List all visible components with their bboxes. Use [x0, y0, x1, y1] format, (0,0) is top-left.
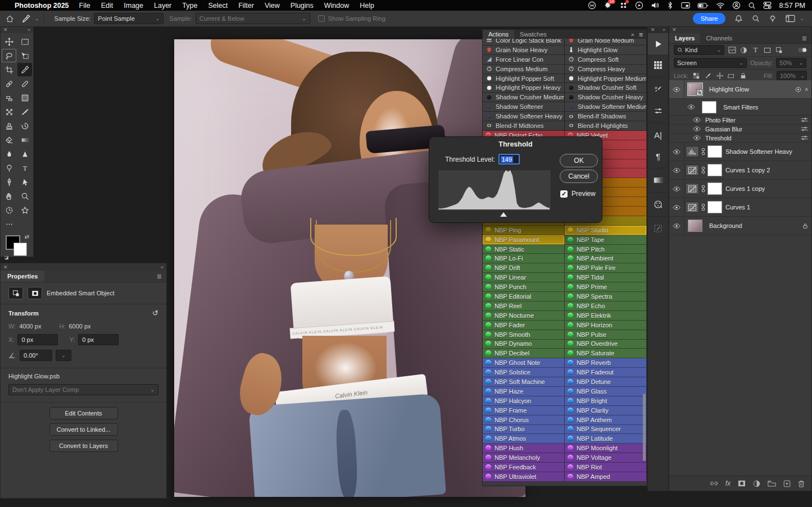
levels-adjustment-icon[interactable]: [686, 146, 699, 157]
clone-stamp-tool[interactable]: [2, 119, 16, 133]
action-button[interactable]: Compress Heavy: [565, 65, 647, 74]
action-button[interactable]: NBP Melancholy: [483, 453, 565, 463]
creative-cloud-icon[interactable]: [619, 1, 628, 10]
visibility-eye-icon[interactable]: [692, 116, 702, 124]
eyedropper-tool-icon[interactable]: ⌄: [22, 15, 39, 23]
action-button[interactable]: NBP Static: [483, 245, 565, 254]
history-brush-tool[interactable]: [17, 119, 32, 133]
action-button[interactable]: NBP Frame: [483, 406, 565, 415]
swap-colors-icon[interactable]: ⇄: [25, 234, 29, 240]
marquee-tool[interactable]: [17, 35, 32, 48]
fill-input[interactable]: 100%⌄: [777, 71, 807, 81]
action-button[interactable]: Highlight Popper Heavy: [483, 83, 565, 93]
action-button[interactable]: Shadow Crusher Heavy: [565, 93, 647, 102]
ok-button[interactable]: OK: [560, 154, 598, 167]
share-button[interactable]: Share: [693, 13, 726, 24]
sampling-ring-checkbox[interactable]: [318, 15, 325, 22]
menu-select[interactable]: Select: [208, 2, 228, 10]
notifications-bell-icon[interactable]: [734, 15, 743, 23]
visibility-eye-icon[interactable]: [692, 134, 702, 142]
layer-row-background[interactable]: Background: [669, 217, 811, 235]
blend-options-icon[interactable]: [801, 117, 808, 123]
threshold-slider-handle[interactable]: [500, 212, 507, 217]
updates-icon[interactable]: 14: [604, 1, 612, 10]
action-button[interactable]: NBP Moonlight: [565, 444, 647, 453]
action-button[interactable]: NBP Dynamo: [483, 340, 565, 349]
layer-mask-thumbnail[interactable]: [707, 201, 722, 213]
action-button[interactable]: NBP Lo-Fi: [483, 254, 565, 263]
dock-swatch-grid[interactable]: [648, 54, 668, 76]
action-button[interactable]: NBP Elektrik: [565, 311, 647, 321]
close-icon[interactable]: ✕: [3, 27, 8, 33]
action-button[interactable]: NBP Punch: [483, 282, 565, 292]
dock-color-wheel[interactable]: [648, 194, 668, 215]
smart-object-button-1[interactable]: Convert to Linked...: [49, 423, 118, 436]
layer-mask-thumbnail[interactable]: [707, 145, 722, 158]
action-button[interactable]: NBP Smooth: [483, 330, 565, 340]
dock-brush-settings[interactable]: [648, 79, 668, 100]
gradient-tool[interactable]: [17, 133, 32, 147]
action-button[interactable]: NBP Soft Machine: [483, 377, 565, 387]
spot-healing-tool[interactable]: [2, 77, 16, 90]
blend-options-icon[interactable]: [801, 135, 808, 141]
action-button[interactable]: NBP Horizon: [565, 321, 647, 330]
action-button[interactable]: NBP Paramount: [483, 235, 565, 245]
smart-object-button-0[interactable]: Edit Contents: [49, 407, 118, 419]
menu-file[interactable]: File: [79, 2, 90, 10]
healing-brush-tool[interactable]: [17, 77, 32, 90]
action-button[interactable]: Shadow Crusher Medium: [483, 93, 565, 102]
link-layers-icon[interactable]: [710, 480, 718, 487]
action-button[interactable]: NBP Glass: [565, 387, 647, 396]
control-center-icon[interactable]: [763, 2, 772, 9]
action-button[interactable]: Highlight Popper Medium: [565, 74, 647, 84]
discover-lightbulb-icon[interactable]: [769, 15, 777, 23]
tab-swatches[interactable]: Swatches: [514, 30, 552, 39]
action-button[interactable]: NBP Reel: [483, 302, 565, 311]
bluetooth-icon[interactable]: [666, 1, 674, 10]
blend-options-icon[interactable]: [801, 126, 808, 132]
collapse-icon[interactable]: «: [28, 27, 30, 33]
smart-filter-indicator-icon[interactable]: [795, 86, 802, 93]
lasso-tool[interactable]: [2, 49, 16, 62]
layer-mask-thumbnail[interactable]: [707, 182, 722, 195]
action-button[interactable]: NBP Anthem: [565, 415, 647, 425]
tab-properties[interactable]: Properties: [1, 271, 44, 282]
action-button[interactable]: NBP Chorus: [483, 415, 565, 425]
action-button[interactable]: NBP Ping: [483, 226, 565, 235]
sharpen-tool[interactable]: [17, 147, 32, 161]
action-button[interactable]: NBP Pitch: [565, 245, 647, 254]
action-button[interactable]: NBP Turbo: [483, 425, 565, 435]
x-input[interactable]: 0 px: [17, 334, 58, 345]
dock-snapshot[interactable]: [648, 218, 668, 239]
background-color-swatch[interactable]: [13, 243, 27, 256]
visibility-eye-icon[interactable]: [684, 99, 698, 115]
menu-window[interactable]: Window: [324, 2, 349, 10]
background-thumbnail[interactable]: [688, 220, 702, 232]
blur-tool[interactable]: [2, 147, 16, 161]
action-button[interactable]: NBP Nocturne: [483, 311, 565, 321]
action-button[interactable]: NBP Haze: [483, 387, 565, 396]
filter-toggle[interactable]: [798, 47, 807, 53]
close-icon[interactable]: ✕: [3, 264, 8, 270]
document-canvas[interactable]: CALVIN KLEIN CALVIN KLEIN CALVIN KLEIN C…: [174, 39, 525, 497]
action-button[interactable]: Shadow Softener Medium: [565, 102, 647, 112]
action-button[interactable]: NBP Tidal: [565, 273, 647, 282]
object-selection-tool[interactable]: [17, 49, 32, 62]
volume-icon[interactable]: [651, 1, 659, 10]
action-button[interactable]: Grain Noise Heavy: [483, 45, 565, 55]
new-group-icon[interactable]: [768, 480, 776, 487]
wifi-icon[interactable]: [716, 2, 725, 9]
action-button[interactable]: NBP Overdrive: [565, 340, 647, 349]
dock-paragraph[interactable]: ¶: [648, 145, 668, 167]
panel-menu-icon[interactable]: ≣: [157, 273, 162, 280]
expand-icon[interactable]: »: [663, 27, 665, 33]
default-colors-icon[interactable]: ◪: [4, 255, 9, 260]
home-icon[interactable]: [6, 15, 14, 23]
play-status-icon[interactable]: [635, 1, 643, 10]
visibility-eye-icon[interactable]: [669, 143, 684, 161]
action-button[interactable]: Shadow Crusher Soft: [565, 83, 647, 93]
action-button[interactable]: NBP Fadeout: [565, 368, 647, 377]
visibility-eye-icon[interactable]: [669, 198, 684, 216]
lock-artboard-icon[interactable]: [727, 73, 736, 79]
clock[interactable]: 8:57 PM: [779, 2, 805, 10]
